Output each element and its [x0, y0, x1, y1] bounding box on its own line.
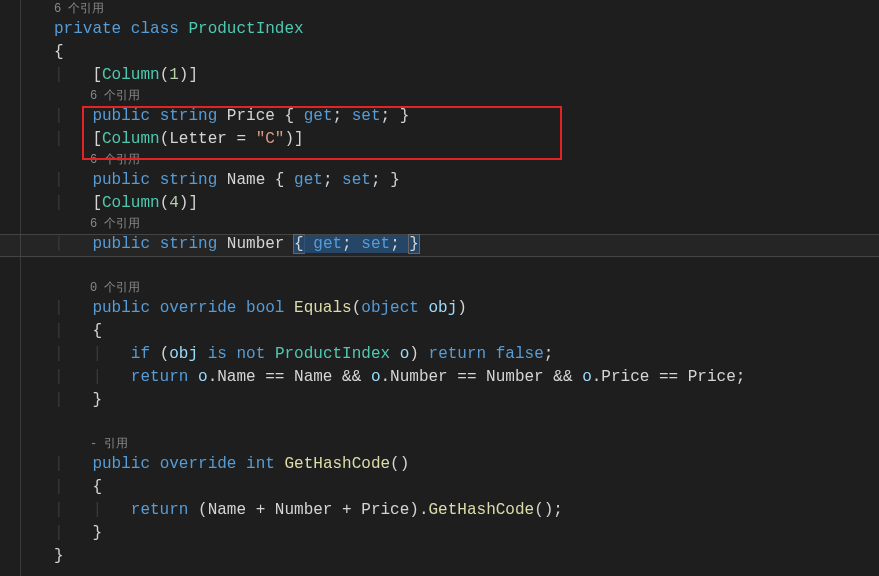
- code-line[interactable]: | }: [0, 522, 879, 545]
- code-line[interactable]: [0, 412, 879, 435]
- property: Number: [227, 235, 285, 253]
- type-name: Column: [102, 66, 160, 84]
- codelens-price[interactable]: 6 个引用: [0, 87, 879, 105]
- codelens-letter[interactable]: 6 个引用: [0, 151, 879, 169]
- codelens-class[interactable]: 6 个引用: [0, 0, 879, 18]
- code-line[interactable]: | public override bool Equals(object obj…: [0, 297, 879, 320]
- brace: {: [54, 43, 64, 61]
- number: 4: [169, 194, 179, 212]
- code-line[interactable]: | public string Price { get; set; }: [0, 105, 879, 128]
- type-name: ProductIndex: [188, 20, 303, 38]
- code-line[interactable]: | | return o.Name == Name && o.Number ==…: [0, 366, 879, 389]
- codelens-text: 0 个引用: [90, 281, 140, 295]
- keyword: class: [131, 20, 179, 38]
- codelens-number[interactable]: 6 个引用: [0, 215, 879, 233]
- code-line[interactable]: | {: [0, 320, 879, 343]
- code-line[interactable]: [0, 256, 879, 279]
- code-line[interactable]: | [Column(1)]: [0, 64, 879, 87]
- code-line[interactable]: | }: [0, 389, 879, 412]
- brace-match: }: [408, 234, 420, 254]
- keyword: string: [160, 107, 218, 125]
- code-line[interactable]: | [Column(4)]: [0, 192, 879, 215]
- type-name: Column: [102, 130, 160, 148]
- string: "C": [256, 130, 285, 148]
- punct: ): [179, 66, 189, 84]
- keyword: private: [54, 20, 121, 38]
- keyword: public: [92, 107, 150, 125]
- method-name: GetHashCode: [284, 455, 390, 473]
- parameter: Letter: [169, 130, 227, 148]
- punct: [: [92, 66, 102, 84]
- code-line-current[interactable]: | public string Number { get; set; }: [0, 233, 879, 256]
- number: 1: [169, 66, 179, 84]
- codelens-text: 6 个引用: [90, 89, 140, 103]
- code-line[interactable]: | public override int GetHashCode(): [0, 453, 879, 476]
- code-line[interactable]: | {: [0, 476, 879, 499]
- type-name: Column: [102, 194, 160, 212]
- punct: (: [160, 66, 170, 84]
- codelens-text: - 引用: [90, 437, 128, 451]
- code-line[interactable]: | [Column(Letter = "C")]: [0, 128, 879, 151]
- property: Name: [227, 171, 265, 189]
- code-line[interactable]: | | if (obj is not ProductIndex o) retur…: [0, 343, 879, 366]
- brace-match: {: [293, 234, 305, 254]
- punct: ]: [188, 66, 198, 84]
- codelens-equals[interactable]: 0 个引用: [0, 279, 879, 297]
- code-line[interactable]: }: [0, 545, 879, 568]
- code-line[interactable]: | public string Name { get; set; }: [0, 169, 879, 192]
- codelens-gethashcode[interactable]: - 引用: [0, 435, 879, 453]
- code-line[interactable]: {: [0, 41, 879, 64]
- parameter: obj: [429, 299, 458, 317]
- code-editor[interactable]: 6 个引用 private class ProductIndex { | [Co…: [0, 0, 879, 576]
- codelens-text: 6 个引用: [90, 217, 140, 231]
- code-line[interactable]: private class ProductIndex: [0, 18, 879, 41]
- property: Price: [227, 107, 275, 125]
- codelens-text: 6 个引用: [90, 153, 140, 167]
- method-name: Equals: [294, 299, 352, 317]
- code-line[interactable]: | | return (Name + Number + Price).GetHa…: [0, 499, 879, 522]
